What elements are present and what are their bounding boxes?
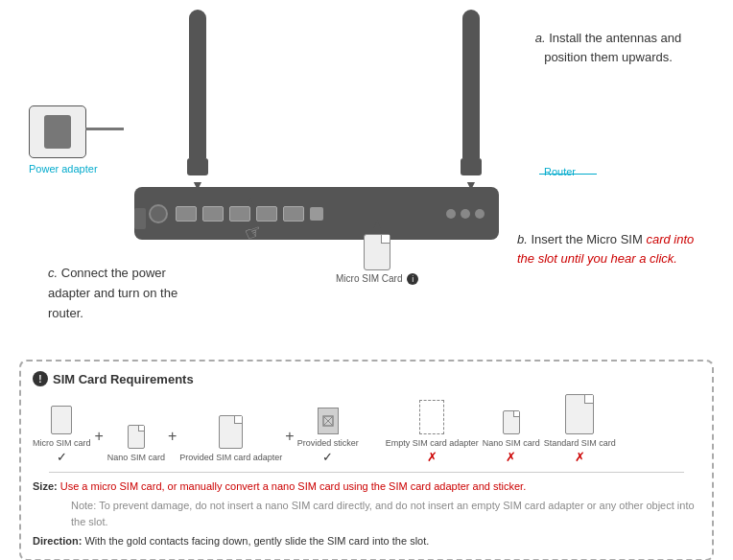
- step-c-text: Connect the power adapter and turn on th…: [48, 266, 177, 320]
- sim-requirements-box: ! SIM Card Requirements Micro SIM card ✓…: [19, 360, 714, 560]
- step-b-letter: b.: [517, 232, 528, 246]
- step-a-letter: a.: [535, 31, 546, 45]
- sim-req-info-icon: !: [33, 371, 48, 386]
- illustration-area: a. Install the antennas and position the…: [19, 10, 714, 355]
- nano-sim-group: Nano SIM card + Provided SIM card adapte…: [107, 408, 359, 464]
- power-adapter-body: [44, 115, 71, 149]
- sim-standard-shape: [565, 394, 594, 434]
- sim-note-line: Note: To prevent damage, do not insert a…: [33, 498, 700, 529]
- antenna-left: ▼: [187, 10, 208, 193]
- antenna-left-body: [189, 10, 206, 158]
- sim-sticker-item: Provided sticker ✓: [297, 408, 359, 464]
- sim-standard-cross: ✗: [575, 450, 585, 464]
- plug-up-arrow: ▲: [244, 194, 257, 209]
- size-red-text: Use a micro SIM card, or manually conver…: [60, 480, 526, 492]
- sim-card-label-text: Micro SIM Card: [336, 273, 402, 284]
- size-bullet: Size:: [33, 480, 58, 492]
- power-adapter-box: [29, 105, 86, 158]
- sim-micro-label: Micro SIM card: [33, 438, 91, 450]
- sim-standard-item: Standard SIM card ✗: [544, 394, 616, 464]
- power-adapter-cable: [85, 128, 124, 130]
- router-button: [149, 204, 168, 223]
- sim-empty-adapter-shape: [419, 400, 444, 434]
- direction-bullet: Direction:: [33, 535, 82, 547]
- sim-micro-check: ✓: [57, 450, 67, 464]
- sim-card-nano-item: Nano SIM card: [107, 425, 165, 464]
- antenna-right-body: [462, 10, 480, 158]
- step-c-label: c. Connect the power adapter and turn on…: [48, 264, 211, 323]
- router-port-1: [176, 206, 197, 222]
- sim-sticker-check: ✓: [322, 450, 333, 464]
- sim-direction-note: Direction: With the gold contacts facing…: [33, 533, 700, 549]
- router-body: Router: [134, 187, 499, 240]
- router-port-usb: [310, 207, 323, 221]
- sim-card-illustration: ▲ Micro SIM Card i: [336, 216, 418, 285]
- power-adapter-text: Power adapter: [29, 163, 98, 175]
- power-adapter-label: Power adapter: [29, 163, 98, 175]
- sim-nano-label: Nano SIM card: [107, 453, 165, 464]
- sim-adapter-label: Provided SIM card adapter: [179, 453, 282, 464]
- sim-req-title-text: SIM Card Requirements: [53, 372, 194, 386]
- sim-card-image: [364, 234, 390, 270]
- sim-card-label: Micro SIM Card i: [336, 273, 418, 285]
- sim-sticker-shape: [318, 408, 339, 434]
- sim-empty-adapter-item: Empty SIM card adapter ✗: [386, 400, 479, 464]
- note-text: To prevent damage, do not insert a nano …: [71, 500, 695, 527]
- sim-size-note: Size: Use a micro SIM card, or manually …: [33, 478, 700, 495]
- step-b-text-prefix: Insert the Micro SIM: [531, 232, 642, 246]
- direction-text: With the gold contacts facing down, gent…: [84, 535, 429, 547]
- sim-adapter-shape: [219, 415, 243, 449]
- sim-nano-cross-label: Nano SIM card: [483, 438, 540, 450]
- sim-nano-cross: ✗: [506, 450, 516, 464]
- sim-empty-adapter-cross: ✗: [427, 450, 437, 464]
- router-port-2: [202, 206, 224, 222]
- note-label: Note:: [71, 500, 99, 511]
- sim-empty-adapter-label: Empty SIM card adapter: [386, 438, 479, 450]
- sim-micro-shape: [51, 406, 72, 434]
- divider-line: [49, 472, 683, 473]
- power-adapter-section: Power adapter: [29, 105, 98, 175]
- main-container: a. Install the antennas and position the…: [0, 0, 733, 560]
- sim-sticker-label: Provided sticker: [297, 438, 359, 450]
- sim-req-title: ! SIM Card Requirements: [33, 371, 700, 386]
- sim-nano-cross-shape: [503, 410, 520, 434]
- sim-card-adapter-item: Provided SIM card adapter: [179, 415, 282, 464]
- sim-card-micro: Micro SIM card ✓: [33, 406, 91, 464]
- step-c-letter: c.: [48, 266, 58, 280]
- router-label-text: Router: [544, 166, 576, 177]
- router-label: Router: [544, 166, 576, 177]
- sim-info-icon: i: [407, 273, 418, 285]
- router-section: Router: [134, 187, 499, 259]
- step-b-label: b. Insert the Micro SIM card into the sl…: [517, 230, 709, 268]
- sim-cards-row: Micro SIM card ✓ + Nano SIM card + Provi…: [33, 394, 700, 464]
- sim-up-arrow: ▲: [370, 216, 384, 231]
- sim-nano-cross-item: Nano SIM card ✗: [483, 410, 540, 464]
- sim-nano-shape: [128, 425, 145, 449]
- router-port-4: [256, 206, 277, 222]
- antenna-left-base: [187, 158, 208, 175]
- antenna-right-base: [461, 158, 482, 175]
- router-port-5: [283, 206, 304, 222]
- step-a-label: a. Install the antennas and position the…: [522, 29, 695, 66]
- step-b-highlight2: until you hear a click.: [561, 251, 677, 266]
- connector-plug: [134, 208, 146, 229]
- antenna-right: ▼: [461, 10, 482, 193]
- plus-sign-3: +: [285, 428, 294, 464]
- step-a-text: Install the antennas and position them u…: [544, 31, 681, 64]
- sim-standard-label: Standard SIM card: [544, 438, 616, 450]
- plus-sign-1: +: [95, 428, 104, 464]
- plus-sign-2: +: [168, 428, 177, 464]
